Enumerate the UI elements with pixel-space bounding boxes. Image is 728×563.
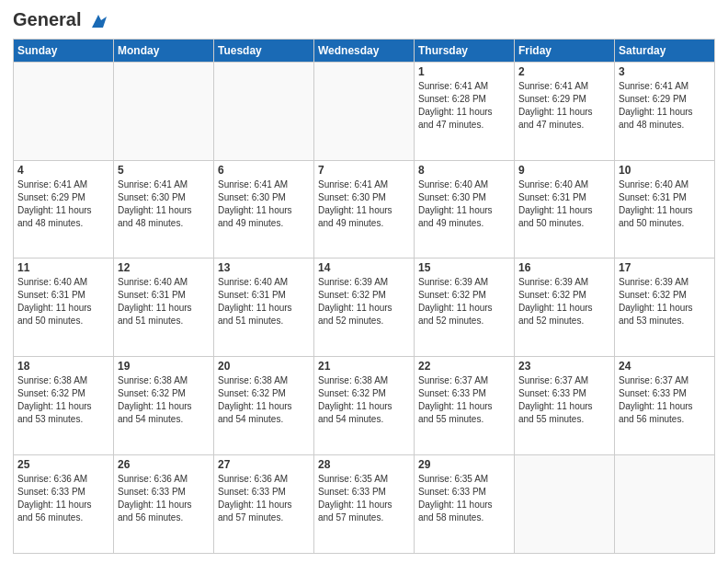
weekday-header-saturday: Saturday (615, 39, 715, 62)
calendar-cell: 11Sunrise: 6:40 AMSunset: 6:31 PMDayligh… (14, 259, 114, 357)
day-number: 6 (218, 164, 310, 177)
day-number: 27 (218, 458, 310, 471)
calendar-cell: 8Sunrise: 6:40 AMSunset: 6:30 PMDaylight… (415, 160, 515, 259)
day-number: 23 (518, 360, 610, 373)
day-number: 14 (318, 261, 410, 274)
day-number: 5 (118, 164, 210, 177)
calendar-cell: 6Sunrise: 6:41 AMSunset: 6:30 PMDaylight… (214, 160, 314, 259)
day-info: Sunrise: 6:40 AMSunset: 6:31 PMDaylight:… (118, 276, 210, 327)
weekday-header-tuesday: Tuesday (214, 39, 314, 62)
day-number: 3 (619, 65, 711, 78)
day-info: Sunrise: 6:39 AMSunset: 6:32 PMDaylight:… (418, 276, 510, 327)
day-info: Sunrise: 6:41 AMSunset: 6:28 PMDaylight:… (418, 80, 510, 132)
week-row-3: 11Sunrise: 6:40 AMSunset: 6:31 PMDayligh… (14, 259, 715, 357)
weekday-header-monday: Monday (114, 39, 214, 62)
day-number: 29 (418, 458, 510, 471)
week-row-4: 18Sunrise: 6:38 AMSunset: 6:32 PMDayligh… (14, 357, 715, 455)
day-number: 15 (418, 261, 510, 274)
calendar-cell: 23Sunrise: 6:37 AMSunset: 6:33 PMDayligh… (515, 357, 615, 455)
calendar-cell: 5Sunrise: 6:41 AMSunset: 6:30 PMDaylight… (114, 160, 214, 259)
day-number: 16 (518, 261, 610, 274)
day-info: Sunrise: 6:38 AMSunset: 6:32 PMDaylight:… (318, 374, 410, 426)
calendar-cell: 13Sunrise: 6:40 AMSunset: 6:31 PMDayligh… (214, 259, 314, 357)
day-number: 25 (17, 458, 109, 471)
calendar-cell: 20Sunrise: 6:38 AMSunset: 6:32 PMDayligh… (214, 357, 314, 455)
calendar-cell (114, 62, 214, 160)
day-number: 18 (17, 360, 109, 373)
calendar-cell: 18Sunrise: 6:38 AMSunset: 6:32 PMDayligh… (14, 357, 114, 455)
day-number: 24 (619, 360, 711, 373)
day-info: Sunrise: 6:37 AMSunset: 6:33 PMDaylight:… (518, 374, 610, 426)
day-info: Sunrise: 6:39 AMSunset: 6:32 PMDaylight:… (318, 276, 410, 327)
weekday-header-friday: Friday (515, 39, 615, 62)
day-number: 10 (619, 164, 711, 177)
day-info: Sunrise: 6:38 AMSunset: 6:32 PMDaylight:… (118, 374, 210, 426)
day-info: Sunrise: 6:40 AMSunset: 6:31 PMDaylight:… (518, 178, 610, 230)
day-info: Sunrise: 6:35 AMSunset: 6:33 PMDaylight:… (318, 473, 410, 524)
day-info: Sunrise: 6:36 AMSunset: 6:33 PMDaylight:… (218, 473, 310, 524)
day-number: 26 (118, 458, 210, 471)
day-info: Sunrise: 6:39 AMSunset: 6:32 PMDaylight:… (518, 276, 610, 327)
calendar-cell (14, 62, 114, 160)
day-number: 17 (619, 261, 711, 274)
calendar-cell: 22Sunrise: 6:37 AMSunset: 6:33 PMDayligh… (415, 357, 515, 455)
calendar-cell: 29Sunrise: 6:35 AMSunset: 6:33 PMDayligh… (415, 455, 515, 554)
calendar-cell (214, 62, 314, 160)
calendar-cell: 26Sunrise: 6:36 AMSunset: 6:33 PMDayligh… (114, 455, 214, 554)
calendar-cell (515, 455, 615, 554)
day-info: Sunrise: 6:36 AMSunset: 6:33 PMDaylight:… (17, 473, 109, 524)
calendar-cell: 17Sunrise: 6:39 AMSunset: 6:32 PMDayligh… (615, 259, 715, 357)
day-number: 9 (518, 164, 610, 177)
page: General SundayMondayTuesdayWednesdayThur… (0, 0, 728, 563)
day-number: 4 (17, 164, 109, 177)
week-row-1: 1Sunrise: 6:41 AMSunset: 6:28 PMDaylight… (14, 62, 715, 160)
day-number: 2 (518, 65, 610, 78)
day-number: 13 (218, 261, 310, 274)
logo-bird-icon (88, 11, 108, 31)
day-number: 1 (418, 65, 510, 78)
day-info: Sunrise: 6:40 AMSunset: 6:31 PMDaylight:… (218, 276, 310, 327)
calendar-cell: 4Sunrise: 6:41 AMSunset: 6:29 PMDaylight… (14, 160, 114, 259)
day-number: 11 (17, 261, 109, 274)
day-info: Sunrise: 6:38 AMSunset: 6:32 PMDaylight:… (218, 374, 310, 426)
calendar-cell: 15Sunrise: 6:39 AMSunset: 6:32 PMDayligh… (415, 259, 515, 357)
day-info: Sunrise: 6:38 AMSunset: 6:32 PMDaylight:… (17, 374, 109, 426)
calendar-cell (615, 455, 715, 554)
day-info: Sunrise: 6:36 AMSunset: 6:33 PMDaylight:… (118, 473, 210, 524)
calendar-cell: 25Sunrise: 6:36 AMSunset: 6:33 PMDayligh… (14, 455, 114, 554)
day-number: 22 (418, 360, 510, 373)
day-number: 28 (318, 458, 410, 471)
day-info: Sunrise: 6:41 AMSunset: 6:29 PMDaylight:… (518, 80, 610, 132)
logo: General (13, 9, 108, 31)
calendar-cell: 12Sunrise: 6:40 AMSunset: 6:31 PMDayligh… (114, 259, 214, 357)
day-info: Sunrise: 6:37 AMSunset: 6:33 PMDaylight:… (418, 374, 510, 426)
day-number: 8 (418, 164, 510, 177)
calendar-cell: 24Sunrise: 6:37 AMSunset: 6:33 PMDayligh… (615, 357, 715, 455)
day-info: Sunrise: 6:39 AMSunset: 6:32 PMDaylight:… (619, 276, 711, 327)
calendar-cell: 27Sunrise: 6:36 AMSunset: 6:33 PMDayligh… (214, 455, 314, 554)
weekday-header-sunday: Sunday (14, 39, 114, 62)
calendar-cell: 2Sunrise: 6:41 AMSunset: 6:29 PMDaylight… (515, 62, 615, 160)
calendar-cell: 1Sunrise: 6:41 AMSunset: 6:28 PMDaylight… (415, 62, 515, 160)
calendar-cell (314, 62, 415, 160)
day-number: 7 (318, 164, 410, 177)
calendar-cell: 7Sunrise: 6:41 AMSunset: 6:30 PMDaylight… (314, 160, 415, 259)
logo-line1: General (13, 9, 108, 31)
day-info: Sunrise: 6:37 AMSunset: 6:33 PMDaylight:… (619, 374, 711, 426)
day-number: 21 (318, 360, 410, 373)
calendar-cell: 3Sunrise: 6:41 AMSunset: 6:29 PMDaylight… (615, 62, 715, 160)
calendar-cell: 21Sunrise: 6:38 AMSunset: 6:32 PMDayligh… (314, 357, 415, 455)
svg-marker-0 (92, 15, 107, 28)
day-info: Sunrise: 6:41 AMSunset: 6:29 PMDaylight:… (619, 80, 711, 132)
calendar-cell: 28Sunrise: 6:35 AMSunset: 6:33 PMDayligh… (314, 455, 415, 554)
weekday-header-row: SundayMondayTuesdayWednesdayThursdayFrid… (14, 39, 715, 62)
day-info: Sunrise: 6:41 AMSunset: 6:30 PMDaylight:… (218, 178, 310, 230)
day-number: 20 (218, 360, 310, 373)
calendar-cell: 16Sunrise: 6:39 AMSunset: 6:32 PMDayligh… (515, 259, 615, 357)
calendar-table: SundayMondayTuesdayWednesdayThursdayFrid… (13, 39, 715, 554)
day-info: Sunrise: 6:41 AMSunset: 6:30 PMDaylight:… (118, 178, 210, 230)
week-row-5: 25Sunrise: 6:36 AMSunset: 6:33 PMDayligh… (14, 455, 715, 554)
day-number: 12 (118, 261, 210, 274)
weekday-header-wednesday: Wednesday (314, 39, 415, 62)
day-info: Sunrise: 6:41 AMSunset: 6:30 PMDaylight:… (318, 178, 410, 230)
